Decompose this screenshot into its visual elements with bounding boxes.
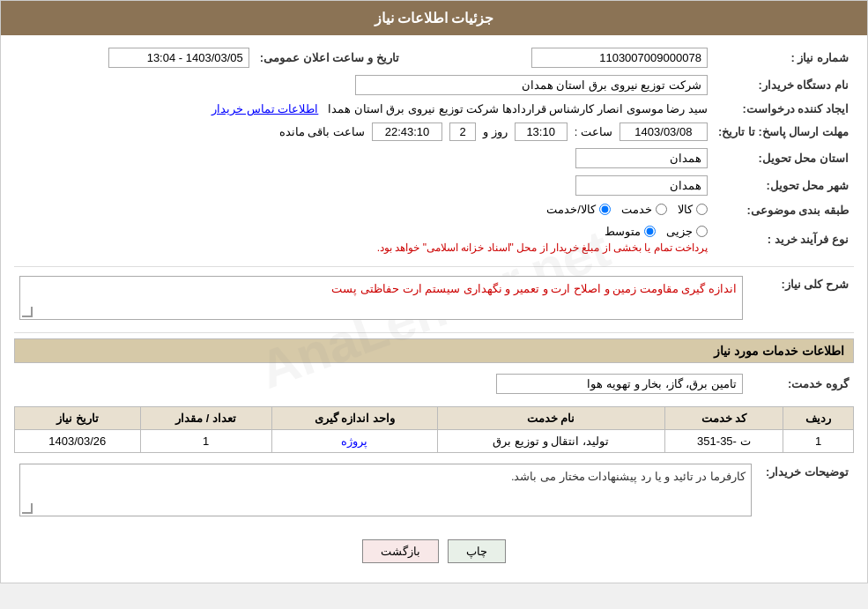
tabaghebandi-label: طبقه بندی موضوعی:: [713, 199, 854, 221]
tarikh-ilan-value: 1403/03/05 - 13:04: [108, 48, 249, 68]
gorohe-khadamat-label: گروه خدمت:: [748, 370, 854, 397]
col-radif: ردیف: [783, 407, 854, 430]
saat-value: 13:10: [515, 123, 568, 141]
col-tarikh: تاریخ نیاز: [15, 407, 141, 430]
tarikh-ilan-label: تاریخ و ساعت اعلان عمومی:: [255, 44, 417, 71]
rooz-label: روز و: [483, 125, 508, 138]
mohlat-label: مهلت ارسال پاسخ: تا تاریخ:: [713, 119, 854, 145]
shahr-value: همدان: [575, 175, 708, 196]
ijad-konande-link[interactable]: اطلاعات تماس خریدار: [211, 102, 318, 115]
radio-kala[interactable]: کالا: [678, 203, 708, 216]
cell-tedad: 1: [140, 430, 271, 453]
rooz-value: 2: [449, 123, 476, 141]
ijad-konande-value: سید رضا موسوی انصار کارشناس قراردادها شر…: [328, 102, 708, 115]
baghimande-value: 22:43:10: [372, 123, 442, 141]
tawzeeh-label: توضیحات خریدار:: [757, 460, 854, 520]
note-purchase: پرداخت تمام یا بخشی از مبلغ خریدار از مح…: [19, 241, 708, 254]
cell-kod: ت -35-351: [664, 430, 783, 453]
col-vahed: واحد اندازه گیری: [271, 407, 437, 430]
cell-tarikh: 1403/03/26: [15, 430, 141, 453]
shahr-label: شهر محل تحویل:: [713, 172, 854, 199]
sharh-koli-value: اندازه گیری مقاومت زمین و اصلاح ارت و تع…: [19, 276, 743, 320]
radio-jozyi[interactable]: جزیی: [666, 225, 708, 238]
baghimande-label: ساعت باقی مانده: [279, 125, 365, 138]
radio-motawaset[interactable]: متوسط: [605, 225, 656, 238]
radio-khadamat[interactable]: خدمت: [621, 203, 667, 216]
khadamat-section-title: اطلاعات خدمات مورد نیاز: [14, 338, 854, 363]
name-dastgah-label: نام دستگاه خریدار:: [713, 71, 854, 99]
cell-name: تولید، انتقال و توزیع برق: [437, 430, 664, 453]
cell-vahed: پروژه: [271, 430, 437, 453]
col-kod: کد خدمت: [664, 407, 783, 430]
shomare-niaz-value: 1103007009000078: [531, 48, 708, 68]
tawzeeh-value: کارفرما در تائید و یا رد پیشنهادات مختار…: [19, 464, 752, 516]
sharh-koli-label: شرح کلی نیاز:: [748, 272, 854, 323]
chap-button[interactable]: چاپ: [448, 539, 506, 563]
cell-radif: 1: [783, 430, 854, 453]
button-row: چاپ بازگشت: [14, 529, 854, 574]
saat-label: ساعت :: [575, 125, 612, 138]
col-name: نام خدمت: [437, 407, 664, 430]
col-tedad: تعداد / مقدار: [140, 407, 271, 430]
bazgasht-button[interactable]: بازگشت: [362, 539, 439, 563]
table-row: 1 ت -35-351 تولید، انتقال و توزیع برق پر…: [15, 430, 854, 453]
radio-kala-khadamat[interactable]: کالا/خدمت: [546, 203, 611, 216]
ijad-konande-label: ایجاد کننده درخواست:: [713, 99, 854, 119]
ostan-value: همدان: [575, 148, 708, 168]
tarikh-value: 1403/03/08: [619, 123, 708, 141]
ostan-label: استان محل تحویل:: [713, 145, 854, 172]
nove-farayand-label: نوع فرآیند خرید :: [713, 221, 854, 257]
shomare-niaz-label: شماره نیاز :: [713, 44, 854, 71]
name-dastgah-value: شرکت توزیع نیروی برق استان همدان: [355, 75, 708, 95]
gorohe-khadamat-value: تامین برق، گاز، بخار و تهویه هوا: [496, 374, 743, 394]
services-table: ردیف کد خدمت نام خدمت واحد اندازه گیری ت…: [14, 406, 854, 453]
page-title: جزئیات اطلاعات نیاز: [1, 1, 867, 35]
